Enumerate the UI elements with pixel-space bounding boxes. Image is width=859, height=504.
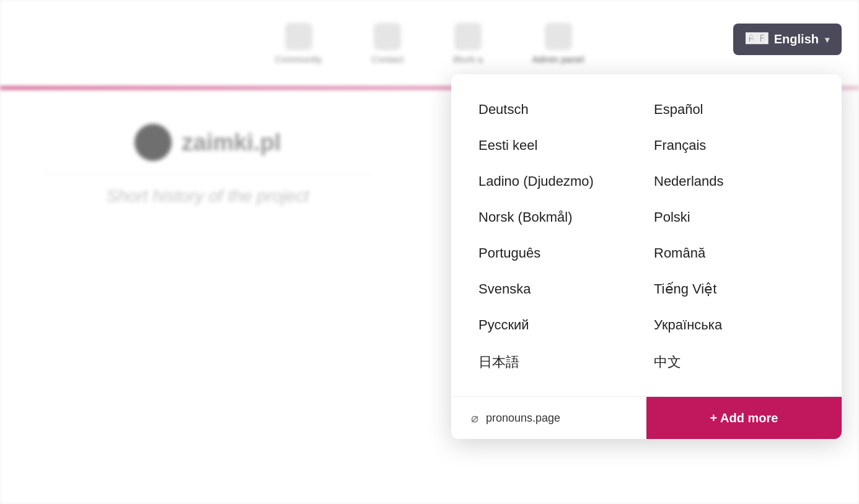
bg-logo: zaimki.pl — [134, 124, 281, 161]
language-selector-button[interactable]: 🅰🅱 English ▾ — [733, 24, 842, 55]
pronouns-page-label: pronouns.page — [486, 412, 560, 425]
lang-option-portugues[interactable]: Português — [471, 235, 646, 271]
lang-option-ladino[interactable]: Ladino (Djudezmo) — [471, 163, 646, 199]
bg-content-card: zaimki.pl Short history of the project — [19, 99, 397, 359]
bg-nav-blurb: Blurb a — [453, 23, 483, 64]
lang-option-romana[interactable]: Română — [646, 235, 822, 271]
lang-option-polski[interactable]: Polski — [646, 199, 822, 235]
lang-option-francais[interactable]: Français — [646, 128, 822, 163]
lang-option-deutsch[interactable]: Deutsch — [471, 92, 646, 128]
translate-icon: 🅰🅱 — [746, 33, 768, 46]
lang-option-norsk[interactable]: Norsk (Bokmål) — [471, 199, 646, 235]
add-more-label: + Add more — [710, 411, 778, 425]
lang-option-ukrainian[interactable]: Українська — [646, 307, 822, 343]
link-icon: ⌀ — [471, 411, 478, 425]
bg-header: Community Contact Blurb a Admin panel — [0, 0, 859, 87]
lang-option-nederlands[interactable]: Nederlands — [646, 163, 822, 199]
chevron-down-icon: ▾ — [825, 35, 829, 45]
bg-nav-contact: Contact — [372, 23, 404, 64]
language-list: Deutsch Español Eesti keel Français Ladi… — [451, 74, 842, 394]
pronouns-page-link[interactable]: ⌀ pronouns.page — [451, 397, 646, 439]
bg-nav-community: Community — [275, 23, 322, 64]
lang-option-tieng-viet[interactable]: Tiếng Việt — [646, 271, 822, 307]
language-label: English — [774, 32, 819, 46]
dropdown-footer: ⌀ pronouns.page + Add more — [451, 396, 842, 439]
bg-nav-admin: Admin panel — [532, 23, 584, 64]
lang-option-eesti[interactable]: Eesti keel — [471, 128, 646, 163]
lang-option-japanese[interactable]: 日本語 — [471, 343, 646, 381]
lang-option-svenska[interactable]: Svenska — [471, 271, 646, 307]
lang-option-chinese[interactable]: 中文 — [646, 343, 822, 381]
language-dropdown: Deutsch Español Eesti keel Français Ladi… — [451, 74, 842, 439]
lang-option-russian[interactable]: Русский — [471, 307, 646, 343]
lang-option-espanol[interactable]: Español — [646, 92, 822, 128]
add-more-button[interactable]: + Add more — [646, 397, 842, 439]
